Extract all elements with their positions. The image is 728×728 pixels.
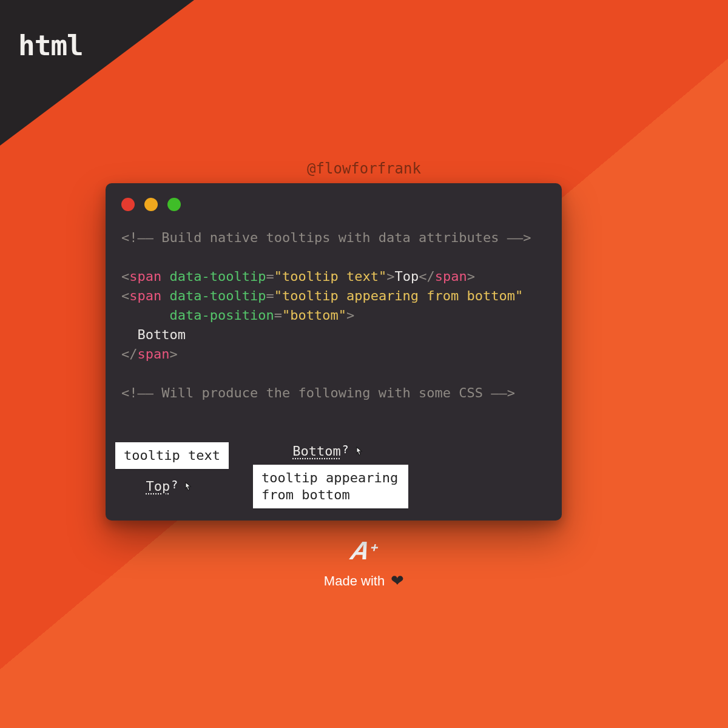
pointer-cursor-icon: ? [342,442,369,459]
tooltip-trigger-top[interactable]: Top ? [146,477,198,494]
code-window: <!—— Build native tooltips with data att… [106,183,562,521]
code-block: <!—— Build native tooltips with data att… [121,228,546,403]
window-traffic-lights [121,198,546,211]
author-handle: @flowforfrank [0,160,728,177]
close-icon[interactable] [121,198,135,211]
corner-triangle [0,0,194,146]
minimize-icon[interactable] [144,198,158,211]
footer: A+ Made with ❤ [0,536,728,590]
zoom-icon[interactable] [167,198,181,211]
preview-row: tooltip text Top ? Bottom ? too [115,442,408,508]
preview-bottom: Bottom ? tooltip appearing from bottom [253,442,408,508]
tooltip-box-top: tooltip text [115,442,229,469]
tooltip-trigger-bottom[interactable]: Bottom ? [292,442,369,459]
made-with-label: Made with ❤ [324,571,404,590]
tooltip-box-bottom: tooltip appearing from bottom [253,465,408,508]
preview-top: tooltip text Top ? [115,442,229,494]
code-comment: <!—— Will produce the following with som… [121,385,515,400]
heart-icon: ❤ [391,571,404,590]
pointer-cursor-icon: ? [171,477,198,494]
brand-logo: A+ [348,536,379,565]
language-badge: html [18,29,83,62]
code-comment: <!—— Build native tooltips with data att… [121,230,531,245]
